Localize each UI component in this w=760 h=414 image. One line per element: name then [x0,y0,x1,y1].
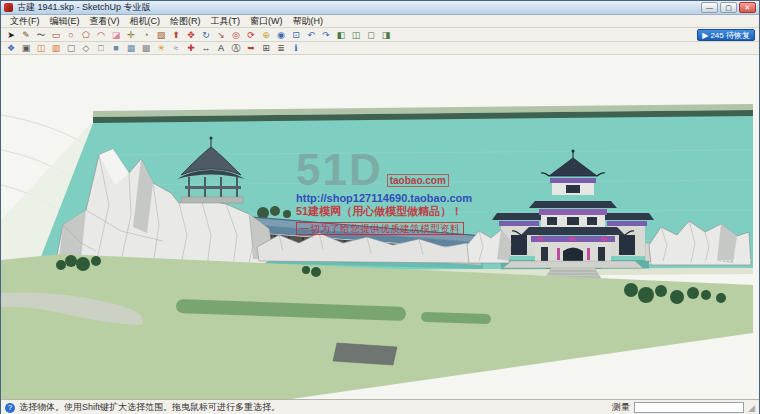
toolbar-row-2: ❖▣◫▥▢◇□■▦▩☀≈✚↔AⒶ➥⊞≣ℹ [1,42,759,55]
xray-style-icon[interactable]: ▢ [64,42,78,54]
fog-toggle-icon[interactable]: ≈ [169,42,183,54]
menu-item-2[interactable]: 查看(V) [85,15,125,28]
menu-bar: 文件(F)编辑(E)查看(V)相机(C)绘图(R)工具(T)窗口(W)帮助(H) [1,15,759,28]
stone-platform [333,343,397,365]
rectangle-tool-icon[interactable]: ▭ [49,29,63,41]
axes-tool-icon[interactable]: ✚ [184,42,198,54]
freehand-tool-icon[interactable]: 〜 [34,29,48,41]
shadows-toggle-icon[interactable]: ☀ [154,42,168,54]
push-pull-tool-icon[interactable]: ⬆ [169,29,183,41]
menu-item-1[interactable]: 编辑(E) [45,15,85,28]
status-hint: 选择物体。使用Shift键扩大选择范围。拖曳鼠标可进行多重选择。 [19,401,608,414]
shaded-style-icon[interactable]: ■ [109,42,123,54]
scale-tool-icon[interactable]: ↘ [214,29,228,41]
top-view-icon[interactable]: ◫ [349,29,363,41]
polygon-tool-icon[interactable]: ⬠ [79,29,93,41]
menu-item-7[interactable]: 帮助(H) [288,15,329,28]
line-tool-icon[interactable]: ✎ [19,29,33,41]
maximize-button[interactable]: ▢ [720,2,737,13]
menu-item-6[interactable]: 窗口(W) [245,15,288,28]
notification-icon: ▶ [702,30,708,41]
follow-me-tool-icon[interactable]: ➥ [244,42,258,54]
viewport-canvas[interactable] [1,55,759,399]
zoom-tool-icon[interactable]: ◉ [274,29,288,41]
measure-label: 测量 [612,401,630,414]
circle-tool-icon[interactable]: ○ [64,29,78,41]
resize-grip[interactable]: ◢ [748,403,755,413]
close-button[interactable]: ✕ [739,2,756,13]
menu-item-3[interactable]: 相机(C) [125,15,166,28]
wireframe-style-icon[interactable]: ◇ [79,42,93,54]
status-bar: ? 选择物体。使用Shift键扩大选择范围。拖曳鼠标可进行多重选择。 测量 ◢ [1,399,759,414]
model-info-icon[interactable]: ℹ [289,42,303,54]
textured-style-icon[interactable]: ▦ [124,42,138,54]
right-view-icon[interactable]: ◨ [379,29,393,41]
minimize-button[interactable]: — [701,2,718,13]
previous-view-icon[interactable]: ↶ [304,29,318,41]
toolbar-row-1: ▶ 245 待恢复 ➤✎〜▭○⬠◠◪✛◔▨⬆✥↻↘◎⟳⊕◉⊡↶↷◧◫◻◨ [1,28,759,42]
make-component-icon[interactable]: ❖ [4,42,18,54]
offset-tool-icon[interactable]: ◎ [229,29,243,41]
viewport: 51Dtaobao.com http://shop127114690.taoba… [1,55,759,399]
paint-bucket-tool-icon[interactable]: ▨ [154,29,168,41]
pan-tool-icon[interactable]: ⊕ [259,29,273,41]
sketchup-window: 古建 1941.skp - SketchUp 专业版 — ▢ ✕ 文件(F)编辑… [0,0,760,414]
front-view-icon[interactable]: ◻ [364,29,378,41]
rotate-tool-icon[interactable]: ↻ [199,29,213,41]
protractor-tool-icon[interactable]: ◔ [139,29,153,41]
section-fill-icon[interactable]: ▥ [49,42,63,54]
tape-measure-tool-icon[interactable]: ✛ [124,29,138,41]
intersect-tool-icon[interactable]: ⊞ [259,42,273,54]
app-icon [4,3,13,12]
menu-item-4[interactable]: 绘图(R) [165,15,206,28]
layers-panel-icon[interactable]: ≣ [274,42,288,54]
iso-view-icon[interactable]: ◧ [334,29,348,41]
zoom-extents-tool-icon[interactable]: ⊡ [289,29,303,41]
title-bar: 古建 1941.skp - SketchUp 专业版 — ▢ ✕ [1,1,759,15]
eraser-tool-icon[interactable]: ◪ [109,29,123,41]
help-icon[interactable]: ? [5,403,15,413]
select-tool-icon[interactable]: ➤ [4,29,18,41]
dimension-tool-icon[interactable]: ↔ [199,42,213,54]
next-view-icon[interactable]: ↷ [319,29,333,41]
menu-item-0[interactable]: 文件(F) [5,15,45,28]
make-group-icon[interactable]: ▣ [19,42,33,54]
hidden-line-style-icon[interactable]: □ [94,42,108,54]
3d-text-tool-icon[interactable]: Ⓐ [229,42,243,54]
menu-item-5[interactable]: 工具(T) [206,15,246,28]
monochrome-style-icon[interactable]: ▩ [139,42,153,54]
notification-badge[interactable]: ▶ 245 待恢复 [697,29,755,41]
orbit-tool-icon[interactable]: ⟳ [244,29,258,41]
arc-tool-icon[interactable]: ◠ [94,29,108,41]
notification-text: 245 待恢复 [710,30,750,41]
window-title: 古建 1941.skp - SketchUp 专业版 [17,1,697,14]
section-plane-icon[interactable]: ◫ [34,42,48,54]
text-tool-icon[interactable]: A [214,42,228,54]
move-tool-icon[interactable]: ✥ [184,29,198,41]
measure-input[interactable] [634,402,744,413]
